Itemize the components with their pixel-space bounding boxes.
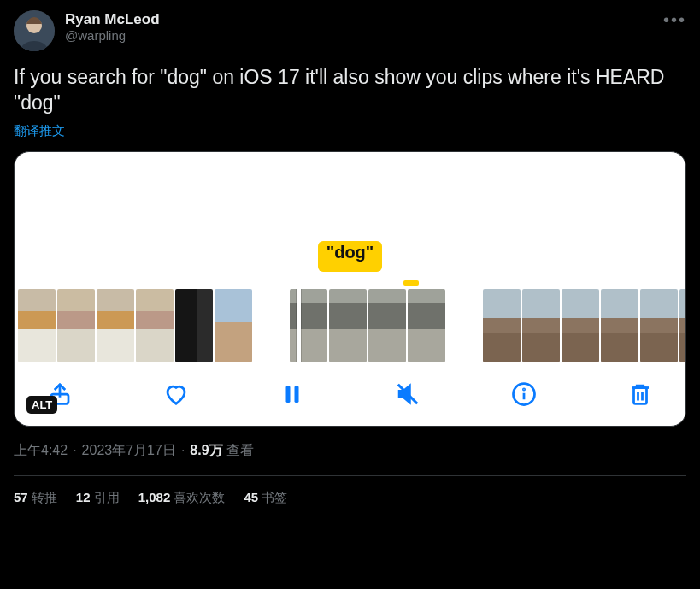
- bookmarks[interactable]: 45 书签: [244, 490, 287, 506]
- engagement-bar: 57 转推 12 引用 1,082 喜欢次数 45 书签: [14, 476, 686, 515]
- thumbnail: [562, 289, 599, 362]
- avatar[interactable]: [14, 10, 55, 51]
- pause-button[interactable]: [278, 380, 307, 409]
- display-name: Ryan McLeod: [65, 10, 160, 28]
- clip-group-1: [18, 289, 252, 362]
- likes[interactable]: 1,082 喜欢次数: [138, 490, 226, 506]
- views-label: 查看: [226, 442, 254, 460]
- media-controls: [15, 362, 685, 426]
- playhead[interactable]: [297, 289, 301, 362]
- tweet-meta: 上午4:42 · 2023年7月17日 · 8.9万 查看: [14, 442, 686, 460]
- views-count[interactable]: 8.9万: [190, 442, 222, 460]
- keyword-label-row: "dog": [15, 241, 685, 272]
- svg-point-8: [524, 389, 525, 390]
- thumbnail: [368, 289, 406, 362]
- trash-icon: [627, 381, 653, 407]
- video-timeline[interactable]: [15, 289, 685, 362]
- pause-icon: [279, 381, 305, 407]
- info-button[interactable]: [509, 380, 538, 409]
- mute-icon: [395, 381, 421, 407]
- translate-link[interactable]: 翻译推文: [14, 123, 65, 139]
- quotes[interactable]: 12 引用: [76, 490, 120, 506]
- thumbnail: [97, 289, 134, 362]
- date[interactable]: 2023年7月17日: [82, 442, 176, 460]
- thumbnail: [18, 289, 56, 362]
- mute-button[interactable]: [393, 380, 422, 409]
- thumbnail: [483, 289, 521, 362]
- clip-group-2: [290, 289, 445, 362]
- tweet-header: Ryan McLeod @warpling •••: [14, 10, 686, 51]
- delete-button[interactable]: [626, 380, 655, 409]
- alt-badge[interactable]: ALT: [26, 396, 57, 414]
- time[interactable]: 上午4:42: [14, 442, 68, 460]
- tweet-text: If you search for "dog" on iOS 17 it'll …: [14, 65, 686, 116]
- heart-icon: [163, 381, 189, 407]
- thumbnail: [215, 289, 252, 362]
- like-button[interactable]: [162, 380, 191, 409]
- svg-rect-3: [285, 386, 290, 403]
- svg-rect-9: [633, 387, 646, 403]
- more-button[interactable]: •••: [663, 10, 686, 30]
- retweets[interactable]: 57 转推: [14, 490, 57, 506]
- clip-group-3: [483, 289, 685, 362]
- thumbnail: [57, 289, 95, 362]
- thumbnail: [408, 289, 445, 362]
- thumbnail: [640, 289, 678, 362]
- thumbnail: [679, 289, 685, 362]
- keyword-marker: [403, 280, 419, 286]
- thumbnail: [136, 289, 174, 362]
- svg-rect-4: [294, 386, 298, 403]
- thumbnail: [601, 289, 638, 362]
- thumbnail: [522, 289, 560, 362]
- tweet-container: Ryan McLeod @warpling ••• If you search …: [0, 0, 700, 515]
- keyword-label: "dog": [318, 241, 383, 272]
- thumbnail: [290, 289, 327, 362]
- handle: @warpling: [65, 28, 160, 44]
- thumbnail: [175, 289, 213, 362]
- thumbnail: [329, 289, 367, 362]
- author-block[interactable]: Ryan McLeod @warpling: [65, 10, 160, 44]
- info-icon: [511, 381, 537, 407]
- media-card: "dog": [14, 151, 686, 427]
